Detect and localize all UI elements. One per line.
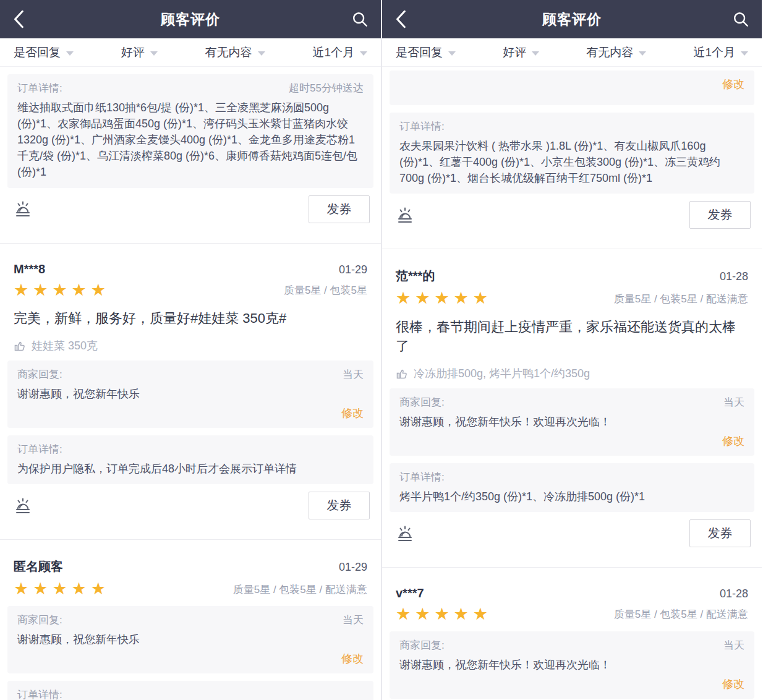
issue-coupon-button[interactable]: 发券 bbox=[689, 201, 751, 229]
action-row: 发券 bbox=[390, 519, 754, 547]
filter-bar: 是否回复 好评 有无内容 近1个月 bbox=[382, 38, 762, 67]
chevron-down-icon bbox=[741, 51, 748, 56]
edit-reply-link[interactable]: 修改 bbox=[399, 77, 744, 92]
order-details-label: 订单详情: bbox=[399, 471, 445, 484]
review-date: 01-28 bbox=[720, 270, 748, 283]
filter-period[interactable]: 近1个月 bbox=[693, 45, 748, 61]
rating-row: ★★★★★ 质量5星 / 包装5星 / 配送满意 bbox=[396, 605, 748, 624]
review-date: 01-28 bbox=[720, 587, 748, 600]
product-tag-label: 冷冻肋排500g, 烤半片鸭1个/约350g bbox=[414, 366, 590, 381]
issue-coupon-button[interactable]: 发券 bbox=[309, 195, 370, 223]
rating-row: ★★★★★ 质量5星 / 包装5星 / 配送满意 bbox=[396, 289, 748, 308]
filter-reply[interactable]: 是否回复 bbox=[14, 45, 74, 61]
action-row: 发券 bbox=[7, 492, 373, 519]
issue-coupon-button[interactable]: 发券 bbox=[309, 492, 370, 519]
merchant-reply-card: 商家回复: 当天 谢谢惠顾，祝您新年快乐！欢迎再次光临！ 修改 bbox=[390, 388, 754, 456]
rating-row: ★★★★★ 质量5星 / 包装5星 bbox=[14, 281, 367, 300]
thumb-up-icon bbox=[14, 340, 26, 352]
filter-rating[interactable]: 好评 bbox=[503, 45, 539, 61]
star-rating: ★★★★★ bbox=[14, 580, 110, 599]
review-panel-right: 顾客评价 是否回复 好评 有无内容 近1个月 修改 订单详情: 农夫果园果汁饮料… bbox=[381, 0, 762, 700]
order-details-label: 订单详情: bbox=[17, 688, 62, 700]
star-rating: ★★★★★ bbox=[396, 289, 492, 308]
rating-detail-text: 质量5星 / 包装5星 bbox=[284, 283, 367, 297]
alarm-icon[interactable] bbox=[11, 195, 35, 223]
order-details-card: 订单详情: 烤半片鸭1个/约350g (份)*1、冷冻肋排500g (份)*1 bbox=[390, 463, 754, 512]
product-tag-label: 娃娃菜 350克 bbox=[32, 338, 98, 353]
merchant-reply-card: 商家回复: 当天 谢谢惠顾，祝您新年快乐！欢迎再次光临！ 修改 bbox=[390, 631, 754, 699]
chevron-down-icon bbox=[360, 51, 367, 56]
edit-reply-link[interactable]: 修改 bbox=[17, 651, 364, 666]
filter-period[interactable]: 近1个月 bbox=[312, 45, 367, 61]
review-date: 01-29 bbox=[339, 263, 367, 276]
reply-time-badge: 当天 bbox=[343, 368, 364, 382]
delivery-status: 超时55分钟送达 bbox=[289, 82, 364, 95]
review-list: 订单详情: 超时55分钟送达 维达抽取式面巾纸130抽*6包/提 (份)*1、三… bbox=[0, 67, 381, 700]
back-button[interactable] bbox=[394, 9, 407, 29]
merchant-reply-card-clipped: 修改 bbox=[390, 70, 754, 105]
alarm-icon[interactable] bbox=[393, 202, 417, 229]
app-header: 顾客评价 bbox=[0, 0, 381, 38]
rating-detail-text: 质量5星 / 包装5星 / 配送满意 bbox=[233, 583, 367, 597]
back-chevron-icon bbox=[12, 9, 25, 29]
merchant-reply-card: 商家回复: 当天 谢谢惠顾，祝您新年快乐 修改 bbox=[7, 606, 373, 673]
alarm-icon[interactable] bbox=[11, 492, 35, 519]
back-chevron-icon bbox=[394, 9, 407, 29]
merchant-reply-text: 谢谢惠顾，祝您新年快乐 bbox=[17, 631, 364, 647]
order-details-label: 订单详情: bbox=[17, 82, 62, 95]
edit-reply-link[interactable]: 修改 bbox=[399, 433, 744, 448]
filter-rating[interactable]: 好评 bbox=[121, 45, 158, 61]
review-list: 修改 订单详情: 农夫果园果汁饮料 ( 热带水果 )1.8L (份)*1、有友山… bbox=[382, 67, 762, 700]
review-text: 完美，新鲜，服务好，质量好#娃娃菜 350克# bbox=[14, 309, 367, 328]
rating-row: ★★★★★ 质量5星 / 包装5星 / 配送满意 bbox=[14, 580, 367, 599]
divider bbox=[0, 539, 381, 540]
reviewer-name: M***8 bbox=[14, 262, 45, 276]
back-button[interactable] bbox=[12, 9, 25, 29]
chevron-down-icon bbox=[448, 51, 456, 56]
reviewer-name: 匿名顾客 bbox=[14, 558, 63, 575]
order-details-card: 订单详情: 超时55分钟送达 维达抽取式面巾纸130抽*6包/提 (份)*1、三… bbox=[7, 74, 373, 188]
star-rating: ★★★★★ bbox=[14, 281, 110, 300]
review-header: 范***的 01-28 bbox=[396, 268, 748, 284]
divider bbox=[382, 249, 762, 249]
chevron-down-icon bbox=[639, 51, 646, 56]
reply-time-badge: 当天 bbox=[343, 613, 364, 627]
order-details-card: 订单详情: 为保护用户隐私，订单完成后48小时后才会展示订单详情 bbox=[7, 435, 373, 484]
merchant-reply-text: 谢谢惠顾，祝您新年快乐 bbox=[17, 386, 364, 402]
search-button[interactable] bbox=[732, 11, 749, 28]
reply-time-badge: 当天 bbox=[723, 396, 744, 409]
action-row: 发券 bbox=[390, 201, 754, 229]
star-rating: ★★★★★ bbox=[396, 605, 492, 624]
filter-reply[interactable]: 是否回复 bbox=[396, 45, 456, 61]
merchant-reply-text: 谢谢惠顾，祝您新年快乐！欢迎再次光临！ bbox=[399, 414, 744, 430]
merchant-reply-label: 商家回复: bbox=[399, 639, 445, 652]
order-details-label: 订单详情: bbox=[17, 443, 62, 456]
order-items-text: 烤半片鸭1个/约350g (份)*1、冷冻肋排500g (份)*1 bbox=[399, 489, 744, 505]
search-button[interactable] bbox=[351, 11, 369, 28]
order-privacy-text: 为保护用户隐私，订单完成后48小时后才会展示订单详情 bbox=[17, 461, 364, 477]
merchant-reply-label: 商家回复: bbox=[399, 396, 445, 409]
chevron-down-icon bbox=[532, 51, 539, 56]
order-details-card: 订单详情: 农夫果园果汁饮料 ( 热带水果 )1.8L (份)*1、有友山椒凤爪… bbox=[390, 113, 754, 194]
edit-reply-link[interactable]: 修改 bbox=[399, 677, 744, 691]
edit-reply-link[interactable]: 修改 bbox=[17, 406, 364, 420]
filter-content[interactable]: 有无内容 bbox=[586, 45, 646, 61]
review-date: 01-29 bbox=[339, 561, 367, 574]
order-details-label: 订单详情: bbox=[399, 120, 445, 134]
merchant-reply-card: 商家回复: 当天 谢谢惠顾，祝您新年快乐 修改 bbox=[7, 361, 373, 428]
page-title: 顾客评价 bbox=[542, 10, 602, 29]
filter-bar: 是否回复 好评 有无内容 近1个月 bbox=[0, 38, 381, 67]
search-icon bbox=[732, 11, 749, 28]
filter-content[interactable]: 有无内容 bbox=[205, 45, 265, 61]
issue-coupon-button[interactable]: 发券 bbox=[689, 519, 751, 547]
product-tag: 冷冻肋排500g, 烤半片鸭1个/约350g bbox=[396, 366, 748, 381]
merchant-reply-text: 谢谢惠顾，祝您新年快乐！欢迎再次光临！ bbox=[399, 657, 744, 673]
thumb-up-icon bbox=[396, 368, 408, 380]
reviewer-name: v***7 bbox=[396, 586, 424, 600]
reply-time-badge: 当天 bbox=[723, 639, 744, 652]
alarm-icon[interactable] bbox=[393, 520, 417, 547]
app-header: 顾客评价 bbox=[382, 0, 762, 38]
review-header: M***8 01-29 bbox=[14, 262, 367, 276]
rating-detail-text: 质量5星 / 包装5星 / 配送满意 bbox=[614, 607, 748, 621]
chevron-down-icon bbox=[66, 51, 74, 56]
